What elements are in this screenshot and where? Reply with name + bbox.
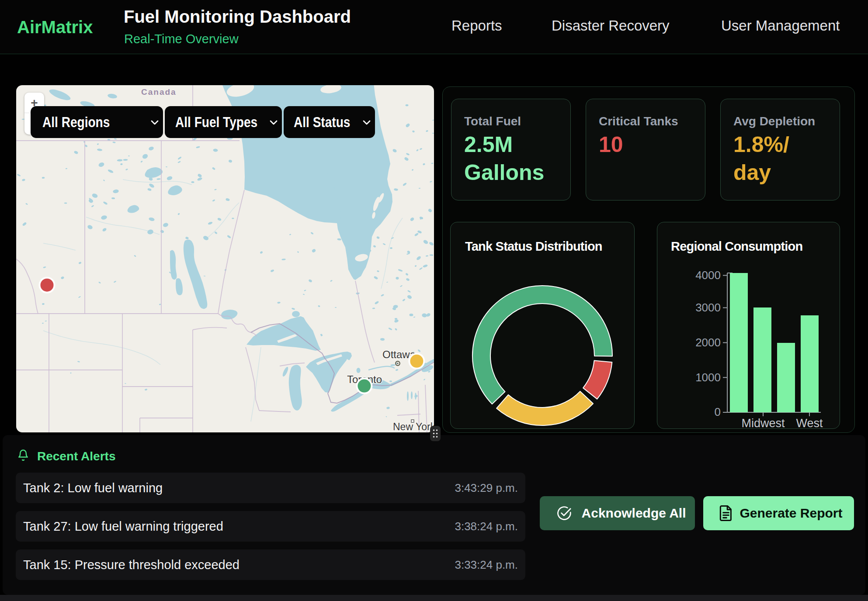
- svg-text:2000: 2000: [695, 336, 721, 349]
- svg-text:Midwest: Midwest: [741, 417, 785, 429]
- svg-text:New York: New York: [393, 421, 434, 432]
- svg-text:Canada: Canada: [141, 87, 177, 97]
- svg-text:3000: 3000: [695, 301, 721, 314]
- svg-text:4000: 4000: [695, 269, 721, 282]
- svg-text:West: West: [796, 417, 823, 429]
- svg-text:0: 0: [715, 405, 721, 418]
- svg-text:1000: 1000: [695, 371, 721, 384]
